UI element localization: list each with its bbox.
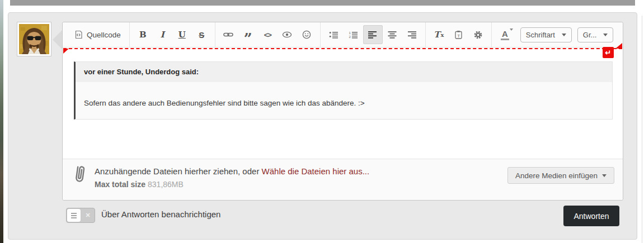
paste-button[interactable]: T	[449, 25, 468, 44]
gear-icon	[473, 30, 483, 40]
remove-format-t: T	[434, 30, 440, 40]
notify-label: Über Antworten benachrichtigen	[101, 209, 220, 219]
svg-text:1: 1	[349, 31, 351, 35]
italic-label: I	[161, 30, 164, 40]
return-glyph: ↵	[605, 49, 612, 57]
paperclip-icon	[70, 163, 90, 186]
right-edge-divider	[642, 16, 642, 243]
underline-label: U	[178, 30, 186, 40]
font-family-dropdown[interactable]: Schriftart	[520, 27, 572, 42]
align-left-icon	[368, 31, 377, 39]
strikethrough-label: S	[199, 30, 204, 40]
reply-form-panel: Quellcode B I U S ” <>	[8, 12, 637, 240]
insert-other-media-button[interactable]: Andere Medien einfügen	[507, 167, 614, 184]
bullet-list-button[interactable]	[324, 25, 344, 44]
svg-text:T: T	[457, 34, 460, 39]
reply-submit-button[interactable]: Antworten	[563, 206, 619, 226]
drop-indicator-left-flag	[63, 49, 69, 54]
background-image-sliver	[0, 0, 3, 243]
text-color-button[interactable]: A	[495, 25, 515, 44]
paste-icon: T	[454, 30, 463, 39]
avatar[interactable]	[17, 22, 51, 56]
font-size-dropdown[interactable]: Gr...	[577, 27, 614, 42]
editor-toolbar: Quellcode B I U S ” <>	[63, 22, 623, 47]
toolbar-separator	[320, 22, 321, 47]
bold-button[interactable]: B	[133, 25, 153, 44]
emoji-button[interactable]	[297, 25, 317, 44]
code-glyph: <>	[264, 31, 271, 39]
chevron-down-icon	[603, 34, 608, 36]
attachment-instructions: Anzuhängende Dateien hierher ziehen, ode…	[95, 166, 369, 176]
eye-icon	[282, 31, 292, 39]
reply-button-label: Antworten	[574, 212, 609, 221]
avatar-illustration	[19, 24, 49, 54]
top-divider-bar	[10, 0, 635, 6]
link-icon	[223, 30, 233, 39]
toolbar-separator	[425, 22, 426, 47]
code-button[interactable]: <>	[258, 25, 278, 44]
settings-button[interactable]	[468, 25, 488, 44]
source-code-button[interactable]: Quellcode	[69, 25, 126, 44]
chevron-down-icon	[510, 28, 513, 31]
chevron-down-icon	[602, 174, 607, 177]
max-size-row: Max total size831,86MB	[95, 180, 184, 189]
align-left-button[interactable]	[363, 25, 383, 44]
notify-toggle[interactable]: ✕	[66, 208, 95, 223]
chevron-down-icon	[562, 34, 566, 36]
attachment-drop-zone[interactable]: Anzuhängende Dateien hierher ziehen, ode…	[63, 159, 623, 200]
font-size-value: Gr...	[583, 31, 597, 39]
toolbar-separator	[491, 22, 492, 47]
align-center-icon	[388, 31, 397, 39]
bold-label: B	[139, 30, 147, 40]
notify-toggle-off-segment[interactable]: ✕	[81, 208, 95, 222]
bullet-list-icon	[329, 31, 339, 39]
toolbar-separator	[129, 22, 130, 47]
quote-citation: vor einer Stunde, Underdog said:	[76, 62, 612, 82]
quote-button[interactable]: ”	[238, 25, 258, 44]
choose-files-link[interactable]: Wähle die Dateien hier aus...	[262, 166, 370, 176]
font-family-value: Schriftart	[526, 31, 555, 39]
return-insert-icon[interactable]: ↵	[603, 47, 614, 58]
rich-text-editor: Quellcode B I U S ” <>	[62, 22, 623, 201]
close-icon: ✕	[85, 212, 90, 219]
forum-reply-editor-page: Quellcode B I U S ” <>	[0, 0, 644, 243]
numbered-list-button[interactable]: 1 2	[344, 25, 363, 44]
speech-bubble-arrow	[53, 30, 63, 50]
toolbar-separator	[215, 22, 215, 47]
insert-other-media-label: Andere Medien einfügen	[515, 171, 598, 180]
align-center-button[interactable]	[383, 25, 402, 44]
max-size-value: 831,86MB	[148, 180, 184, 189]
source-code-icon	[74, 30, 83, 39]
italic-button[interactable]: I	[153, 25, 172, 44]
underline-button[interactable]: U	[172, 25, 192, 44]
source-code-label: Quellcode	[87, 31, 121, 39]
remove-format-button[interactable]: Tx	[429, 25, 449, 44]
strikethrough-button[interactable]: S	[192, 25, 211, 44]
notify-toggle-on-segment[interactable]	[67, 209, 81, 222]
smiley-icon	[302, 30, 311, 39]
align-right-button[interactable]	[402, 25, 422, 44]
attachment-drag-text: Anzuhängende Dateien hierher ziehen, ode…	[95, 166, 259, 176]
align-right-icon	[407, 31, 416, 39]
quoted-post-block[interactable]: vor einer Stunde, Underdog said: Sofern …	[74, 61, 613, 120]
quote-glyph: ”	[244, 28, 252, 41]
svg-text:2: 2	[349, 35, 351, 39]
link-button[interactable]	[219, 25, 238, 44]
text-color-letter: A	[501, 30, 509, 40]
max-size-label: Max total size	[95, 180, 145, 189]
numbered-list-icon: 1 2	[349, 31, 358, 39]
drop-insert-indicator-line	[63, 48, 622, 49]
preview-button[interactable]	[278, 25, 297, 44]
quote-text: Sofern das andere auch Bedienungsfehler …	[76, 82, 612, 107]
remove-format-x: x	[440, 32, 444, 38]
